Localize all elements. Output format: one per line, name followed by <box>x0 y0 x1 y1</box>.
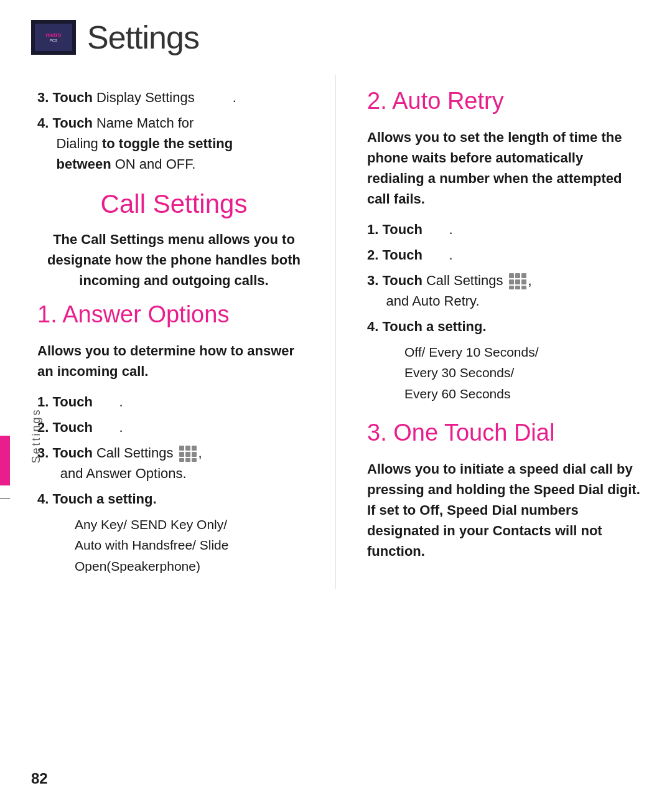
svg-rect-1 <box>185 446 190 451</box>
page-header: metro PCS Settings <box>0 0 672 68</box>
retry-step-1: 1. Touch . <box>367 219 641 240</box>
svg-rect-6 <box>179 458 184 462</box>
page-title: Settings <box>87 19 199 56</box>
one-touch-dial-description: Allows you to initiate a speed dial call… <box>367 459 641 561</box>
call-settings-section: Call Settings The Call Settings menu all… <box>37 189 310 291</box>
one-touch-dial-section: 3. One Touch Dial Allows you to initiate… <box>367 419 641 561</box>
retry-step-2: 2. Touch . <box>367 245 641 265</box>
svg-rect-12 <box>509 279 514 284</box>
auto-retry-section: 2. Auto Retry Allows you to set the leng… <box>367 87 641 404</box>
svg-rect-7 <box>185 458 190 462</box>
svg-rect-5 <box>192 452 197 457</box>
svg-rect-11 <box>521 273 526 278</box>
retry-step-4: 4. Touch a setting. <box>367 316 641 337</box>
sidebar-bar <box>0 436 10 485</box>
sidebar-line <box>0 498 10 499</box>
step-display-settings: 3. Touch Display Settings . <box>37 87 310 108</box>
answer-options-description: Allows you to determine how to answer an… <box>37 340 310 382</box>
page-container: metro PCS Settings Settings 3. Touch Dis… <box>0 0 672 806</box>
svg-rect-9 <box>509 273 514 278</box>
svg-rect-8 <box>192 458 197 462</box>
sidebar-label: Settings <box>30 408 43 463</box>
auto-retry-description: Allows you to set the length of time the… <box>367 127 641 209</box>
svg-rect-14 <box>521 279 526 284</box>
answer-step-2: 2. Touch . <box>37 417 310 438</box>
page-number: 82 <box>31 770 48 787</box>
answer-options-section: 1. Answer Options Allows you to determin… <box>37 301 310 576</box>
answer-options-heading: 1. Answer Options <box>37 301 310 329</box>
call-settings-heading: Call Settings <box>37 189 310 219</box>
intro-steps: 3. Touch Display Settings . 4. Touch Nam… <box>37 87 310 174</box>
right-column: 2. Auto Retry Allows you to set the leng… <box>336 75 672 589</box>
svg-rect-4 <box>185 452 190 457</box>
step-name-match: 4. Touch Name Match for Dialing to toggl… <box>37 113 310 174</box>
answer-step-3: 3. Touch Call Settings <box>37 443 310 484</box>
call-settings-icon-left <box>179 445 197 462</box>
svg-rect-3 <box>179 452 184 457</box>
svg-rect-0 <box>179 446 184 451</box>
svg-rect-10 <box>515 273 520 278</box>
svg-rect-17 <box>521 286 526 289</box>
answer-step-4: 4. Touch a setting. <box>37 489 310 509</box>
retry-step-3: 3. Touch Call Settings <box>367 270 641 311</box>
svg-rect-16 <box>515 286 520 289</box>
call-settings-icon-right <box>508 273 527 290</box>
svg-rect-2 <box>192 446 197 451</box>
answer-options-values: Any Key/ SEND Key Only/ Auto with Handsf… <box>75 514 310 577</box>
call-settings-description: The Call Settings menu allows you to des… <box>37 229 310 291</box>
logo-box: metro PCS <box>31 20 76 55</box>
answer-step-1: 1. Touch . <box>37 391 310 412</box>
retry-options-values: Off/ Every 10 Seconds/ Every 30 Seconds/… <box>404 342 641 405</box>
svg-rect-15 <box>509 286 514 289</box>
logo-text: metro <box>45 32 61 39</box>
left-column: 3. Touch Display Settings . 4. Touch Nam… <box>0 75 336 589</box>
logo-subtext: PCS <box>45 39 61 42</box>
content-area: 3. Touch Display Settings . 4. Touch Nam… <box>0 68 672 589</box>
auto-retry-heading: 2. Auto Retry <box>367 87 641 116</box>
one-touch-dial-heading: 3. One Touch Dial <box>367 419 641 448</box>
svg-rect-13 <box>515 279 520 284</box>
